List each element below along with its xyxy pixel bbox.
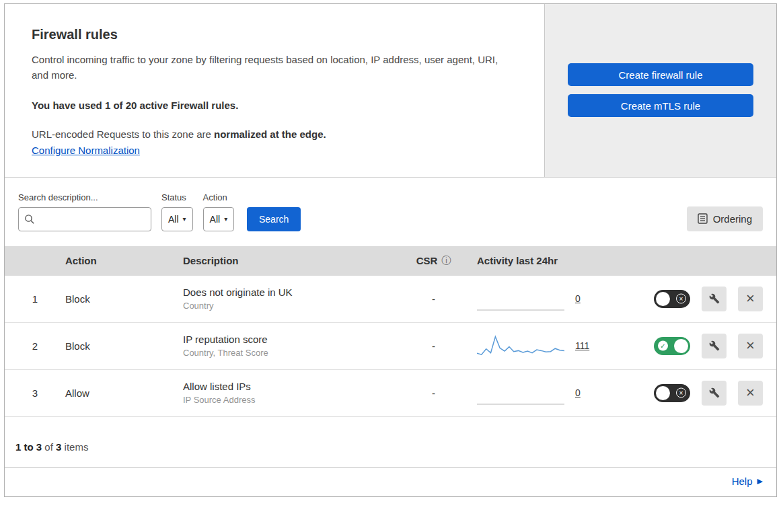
chevron-down-icon: ▾ [183,215,186,223]
activity-count-link[interactable]: 0 [575,293,590,304]
delete-rule-button[interactable]: × [738,334,763,358]
rule-enable-toggle[interactable]: × [654,290,690,308]
col-activity: Activity last 24hr [469,255,634,266]
toggle-knob [656,386,670,400]
edit-rule-button[interactable] [702,334,727,358]
header-section: Firewall rules Control incoming traffic … [5,4,776,178]
toggle-on-icon: ✓ [658,341,668,351]
rule-fields: IP Source Address [183,395,398,405]
action-filter-group: Action All▾ [203,192,235,231]
activity-count-link[interactable]: 111 [575,340,590,351]
wrench-icon [709,340,720,351]
rule-action: Block [65,340,183,352]
arrow-right-icon: ▶ [757,478,763,485]
page-title: Firewall rules [32,27,517,42]
rule-description: Does not originate in UK [183,287,398,298]
page-description: Control incoming traffic to your zone by… [32,52,517,83]
activity-sparkline [477,379,564,406]
activity-count-link[interactable]: 0 [575,387,590,398]
status-label: Status [161,192,193,202]
pagination-summary: 1 to 3 of 3 items [5,417,776,467]
normalization-note: URL-encoded Requests to this zone are no… [32,128,517,140]
rule-description: IP reputation score [183,334,398,345]
rule-fields: Country [183,301,398,311]
search-input[interactable] [18,207,151,231]
toggle-off-icon: × [676,388,686,398]
table-row: 3 Allow Allow listed IPs IP Source Addre… [5,370,776,417]
chevron-down-icon: ▾ [224,215,227,223]
activity-sparkline [477,332,564,359]
help-bar: Help▶ [5,467,776,496]
toggle-off-icon: × [676,294,686,304]
action-label: Action [203,192,235,202]
rule-number: 3 [5,387,65,399]
rule-fields: Country, Threat Score [183,348,398,358]
delete-rule-button[interactable]: × [738,381,763,406]
filter-bar: Search description... Status All▾ Action… [5,178,776,246]
configure-normalization-link[interactable]: Configure Normalization [32,145,140,156]
ordering-button[interactable]: Ordering [687,206,763,231]
toggle-knob [674,339,688,353]
search-group: Search description... [18,192,151,231]
wrench-icon [709,293,720,304]
rule-enable-toggle[interactable]: × [654,384,690,402]
info-icon[interactable]: ⓘ [441,255,451,267]
rule-number: 2 [5,340,65,352]
close-icon: × [746,291,755,306]
rule-csr-value: - [398,293,469,305]
close-icon: × [746,385,755,400]
edit-rule-button[interactable] [702,381,727,406]
search-label: Search description... [18,192,151,202]
search-button[interactable]: Search [247,207,301,231]
search-field-wrap [18,207,151,231]
table-header-row: Action Description CSRⓘ Activity last 24… [5,246,776,276]
table-row: 1 Block Does not originate in UK Country… [5,276,776,323]
rule-description: Allow listed IPs [183,381,398,392]
rule-enable-toggle[interactable]: ✓ [654,337,690,355]
wrench-icon [709,387,720,398]
rule-action: Allow [65,387,183,399]
delete-rule-button[interactable]: × [738,287,763,311]
col-action: Action [65,255,183,266]
actions-panel: Create firewall rule Create mTLS rule [545,4,776,177]
status-filter-group: Status All▾ [161,192,193,231]
col-csr: CSRⓘ [398,255,469,267]
rule-csr-value: - [398,340,469,352]
usage-summary: You have used 1 of 20 active Firewall ru… [32,100,517,111]
rule-csr-value: - [398,387,469,399]
list-document-icon [698,213,708,224]
activity-sparkline [477,285,564,312]
toggle-knob [656,292,670,306]
status-dropdown[interactable]: All▾ [161,207,193,231]
create-firewall-rule-button[interactable]: Create firewall rule [568,63,753,86]
intro-card: Firewall rules Control incoming traffic … [5,4,545,177]
table-row: 2 Block IP reputation score Country, Thr… [5,323,776,370]
create-mtls-rule-button[interactable]: Create mTLS rule [568,94,753,117]
help-link[interactable]: Help▶ [732,476,763,487]
firewall-rules-page: Firewall rules Control incoming traffic … [4,3,777,497]
rule-number: 1 [5,293,65,305]
rules-table: Action Description CSRⓘ Activity last 24… [5,246,776,417]
rule-action: Block [65,293,183,305]
action-dropdown[interactable]: All▾ [203,207,235,231]
close-icon: × [746,338,755,353]
col-description: Description [183,255,398,266]
edit-rule-button[interactable] [702,287,727,311]
